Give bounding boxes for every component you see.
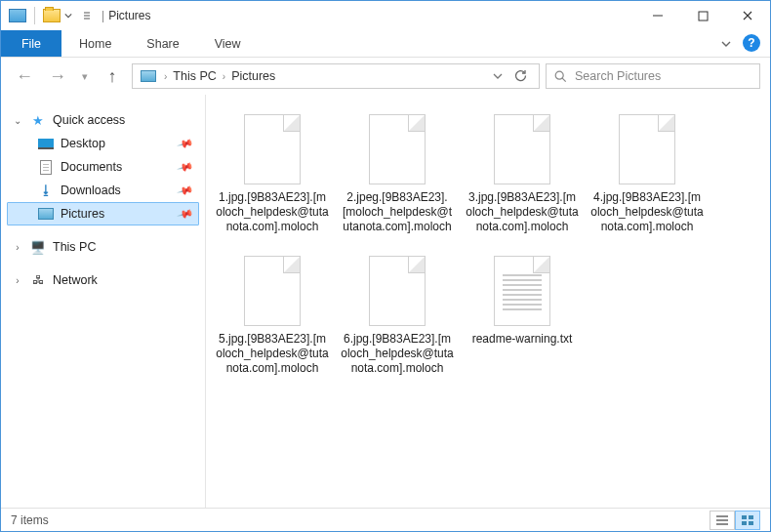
search-input[interactable]: Search Pictures — [546, 63, 760, 89]
tab-share[interactable]: Share — [129, 30, 196, 57]
pc-icon: 🖥️ — [29, 240, 47, 255]
title-separator: | — [101, 9, 104, 22]
file-name-label: readme-warning.txt — [472, 332, 573, 347]
window-controls — [635, 1, 770, 30]
generic-file-icon — [369, 256, 426, 326]
minimize-button[interactable] — [635, 1, 680, 30]
file-grid: 1.jpg.[9B83AE23].[moloch_helpdesk@tutano… — [214, 106, 762, 384]
window-title: | Pictures — [101, 9, 150, 22]
address-toolbar: ← → ▾ ↑ › This PC › Pictures Search Pict… — [1, 58, 770, 95]
tab-view-label: View — [215, 37, 241, 51]
expand-icon[interactable]: › — [12, 242, 23, 253]
file-tab-label: File — [21, 37, 41, 51]
back-button[interactable]: ← — [11, 62, 38, 90]
quick-access-toolbar: | Pictures — [1, 7, 150, 24]
downloads-icon: ⭳ — [37, 184, 55, 197]
file-item[interactable]: 3.jpg.[9B83AE23].[moloch_helpdesk@tutano… — [464, 106, 581, 242]
window-title-text: Pictures — [108, 9, 150, 22]
svg-rect-4 — [742, 521, 747, 525]
details-view-button[interactable] — [710, 511, 735, 530]
breadcrumb-pictures[interactable]: Pictures — [229, 69, 277, 83]
tab-home-label: Home — [79, 37, 111, 51]
maximize-button[interactable] — [680, 1, 725, 30]
text-file-icon — [494, 256, 550, 326]
pictures-icon — [38, 208, 54, 220]
file-list-pane[interactable]: 1.jpg.[9B83AE23].[moloch_helpdesk@tutano… — [206, 95, 770, 508]
file-item[interactable]: 2.jpeg.[9B83AE23].[moloch_helpdesk@tutan… — [339, 106, 456, 242]
file-item[interactable]: readme-warning.txt — [464, 248, 581, 384]
file-name-label: 3.jpg.[9B83AE23].[moloch_helpdesk@tutano… — [466, 190, 579, 234]
pin-icon: 📌 — [177, 158, 195, 176]
sidebar-item-downloads[interactable]: ⭳ Downloads 📌 — [7, 179, 199, 202]
qat-separator — [34, 7, 35, 24]
quick-access-node[interactable]: ⌄ ★ Quick access — [7, 108, 199, 132]
help-button[interactable]: ? — [743, 34, 760, 52]
file-name-label: 1.jpg.[9B83AE23].[moloch_helpdesk@tutano… — [216, 190, 329, 234]
ribbon: File Home Share View ? — [1, 30, 770, 58]
explorer-app-icon — [9, 9, 26, 22]
title-bar: | Pictures — [1, 1, 770, 30]
desktop-icon — [38, 139, 54, 149]
generic-file-icon — [244, 114, 301, 184]
forward-button[interactable]: → — [44, 62, 71, 90]
view-switcher — [710, 511, 760, 530]
network-label: Network — [53, 273, 98, 287]
recent-locations-button[interactable]: ▾ — [77, 62, 93, 90]
file-item[interactable]: 1.jpg.[9B83AE23].[moloch_helpdesk@tutano… — [214, 106, 331, 242]
file-item[interactable]: 4.jpg.[9B83AE23].[moloch_helpdesk@tutano… — [588, 106, 706, 242]
large-icons-view-button[interactable] — [735, 511, 760, 530]
file-name-label: 6.jpg.[9B83AE23].[moloch_helpdesk@tutano… — [341, 332, 454, 376]
svg-rect-0 — [699, 12, 708, 20]
file-name-label: 2.jpeg.[9B83AE23].[moloch_helpdesk@tutan… — [341, 190, 454, 234]
search-icon — [554, 70, 567, 83]
file-name-label: 4.jpg.[9B83AE23].[moloch_helpdesk@tutano… — [590, 190, 704, 234]
breadcrumb-chevron-icon[interactable]: › — [219, 71, 229, 82]
generic-file-icon — [369, 114, 426, 184]
main-area: ⌄ ★ Quick access Desktop 📌 Documents 📌 ⭳… — [1, 95, 770, 508]
tab-share-label: Share — [146, 37, 179, 51]
up-button[interactable]: ↑ — [99, 62, 126, 90]
sidebar-item-documents[interactable]: Documents 📌 — [7, 155, 199, 179]
generic-file-icon — [494, 114, 550, 184]
svg-rect-3 — [749, 515, 753, 519]
breadcrumb-root-chevron[interactable]: › — [160, 71, 171, 82]
breadcrumb-this-pc[interactable]: This PC — [171, 69, 218, 83]
sidebar-item-label: Desktop — [61, 137, 105, 150]
search-placeholder: Search Pictures — [575, 69, 661, 83]
qat-dropdown-icon[interactable] — [64, 12, 72, 20]
file-item[interactable]: 5.jpg.[9B83AE23].[moloch_helpdesk@tutano… — [214, 248, 331, 384]
address-dropdown-icon[interactable] — [492, 70, 504, 82]
file-item[interactable]: 6.jpg.[9B83AE23].[moloch_helpdesk@tutano… — [339, 248, 456, 384]
tab-view[interactable]: View — [197, 30, 259, 57]
sidebar-item-pictures[interactable]: Pictures 📌 — [7, 202, 199, 225]
documents-icon — [40, 160, 52, 175]
address-bar[interactable]: › This PC › Pictures — [132, 63, 540, 89]
status-bar: 7 items — [1, 508, 770, 531]
this-pc-label: This PC — [53, 240, 96, 254]
star-icon: ★ — [29, 113, 47, 128]
pictures-icon — [141, 70, 156, 82]
generic-file-icon — [244, 256, 301, 326]
svg-point-1 — [555, 71, 563, 79]
refresh-icon[interactable] — [513, 69, 527, 83]
this-pc-node[interactable]: › 🖥️ This PC — [7, 235, 199, 259]
collapse-icon[interactable]: ⌄ — [12, 115, 23, 126]
network-node[interactable]: › 🖧 Network — [7, 268, 199, 292]
sidebar-item-label: Downloads — [61, 184, 121, 197]
svg-rect-2 — [742, 515, 747, 519]
ribbon-expand-button[interactable] — [713, 30, 739, 57]
qat-customize-icon[interactable] — [82, 11, 92, 20]
tab-home[interactable]: Home — [61, 30, 129, 57]
item-count: 7 items — [11, 513, 49, 527]
file-tab[interactable]: File — [1, 30, 61, 57]
sidebar-item-label: Documents — [61, 160, 122, 174]
svg-rect-5 — [749, 521, 753, 525]
pin-icon: 📌 — [177, 182, 195, 199]
sidebar-item-desktop[interactable]: Desktop 📌 — [7, 132, 199, 155]
expand-icon[interactable]: › — [12, 275, 23, 286]
folder-icon[interactable] — [43, 9, 61, 22]
pin-icon: 📌 — [177, 205, 195, 223]
network-icon: 🖧 — [29, 273, 47, 287]
close-button[interactable] — [725, 1, 770, 30]
quick-access-label: Quick access — [53, 113, 125, 127]
